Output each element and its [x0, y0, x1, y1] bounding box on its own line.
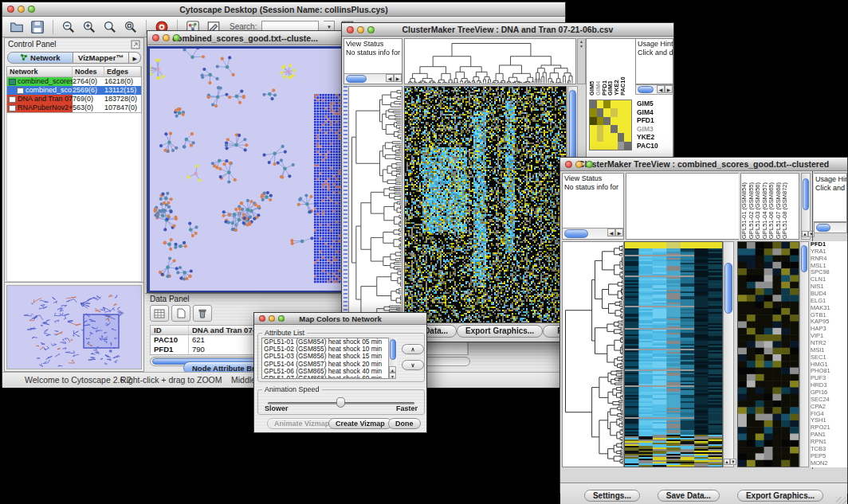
minimize-button[interactable] — [357, 26, 364, 33]
animate-vizmap-button[interactable]: Animate Vizmap — [267, 418, 336, 429]
row-dendrogram[interactable] — [349, 87, 402, 322]
main-titlebar[interactable]: Cytoscape Desktop (Session Name: collins… — [2, 2, 565, 17]
usage-hints-hscrollbar[interactable]: ◀▶ — [635, 84, 673, 95]
scroll-thumb[interactable] — [816, 224, 830, 232]
zoom-button[interactable] — [367, 26, 375, 33]
export-graphics-button[interactable]: Export Graphics... — [457, 325, 543, 338]
speed-slider-thumb[interactable] — [336, 397, 345, 408]
zoom-out-icon[interactable] — [61, 19, 77, 35]
attribute-list-item[interactable]: GPL51-07 (GSM868) heat shock 60 min — [262, 375, 396, 379]
close-button[interactable] — [7, 6, 14, 13]
resize-grip[interactable] — [836, 497, 846, 504]
scroll-thumb[interactable] — [724, 263, 732, 314]
scroll-thumb[interactable] — [346, 75, 367, 83]
minimize-button[interactable] — [575, 161, 583, 168]
matrix-cell — [618, 133, 625, 141]
scroll-down-icon[interactable]: ▼ — [389, 373, 396, 379]
close-button[interactable] — [565, 161, 572, 168]
minimize-button[interactable] — [269, 315, 275, 322]
scroll-left-icon[interactable]: ◀ — [607, 229, 615, 236]
row-dendrogram[interactable] — [563, 242, 623, 467]
open-file-icon[interactable] — [9, 19, 25, 35]
gene-label[interactable]: MON2 — [811, 460, 847, 467]
zoom-fit-icon[interactable] — [123, 19, 139, 35]
minimize-button[interactable] — [163, 34, 170, 41]
close-button[interactable] — [152, 34, 159, 41]
matrix-row-label[interactable]: GIM5 — [637, 100, 672, 108]
heatmap-vscrollbar[interactable]: ▲▼ — [723, 241, 734, 467]
scroll-right-icon[interactable]: ▶ — [615, 229, 623, 236]
delete-attribute-icon[interactable] — [193, 305, 212, 322]
done-button[interactable]: Done — [388, 418, 421, 429]
network-table-row[interactable]: RNAPuberNov2+ 563(0) 107847(0) — [7, 104, 141, 112]
matrix-row-label[interactable]: PAC10 — [637, 142, 672, 150]
scroll-thumb[interactable] — [638, 86, 654, 93]
close-button[interactable] — [259, 315, 265, 322]
matrix-row-label[interactable]: GIM4 — [637, 108, 672, 117]
select-attributes-icon[interactable] — [150, 305, 169, 322]
minimize-button[interactable] — [18, 6, 25, 13]
view-status-hscrollbar[interactable]: ◀▶ — [344, 73, 402, 84]
zoom-actual-icon[interactable] — [102, 19, 118, 35]
dialog-titlebar[interactable]: Map Colors to Network — [254, 313, 426, 325]
zoom-heatmap[interactable] — [738, 242, 799, 467]
network-canvas[interactable] — [150, 49, 342, 291]
scroll-thumb[interactable] — [803, 178, 809, 210]
list-vscrollbar[interactable]: ▲▼ — [388, 338, 397, 379]
scroll-thumb[interactable] — [390, 339, 396, 360]
zoom-button[interactable] — [28, 6, 35, 13]
matrix-row-label[interactable]: PFD1 — [637, 116, 672, 125]
scroll-down-icon[interactable]: ▼ — [578, 44, 585, 49]
scroll-down-icon[interactable]: ▼ — [730, 459, 736, 465]
similarity-matrix[interactable] — [589, 100, 632, 150]
treeview1-titlebar[interactable]: ClusterMaker TreeView : DNA and Tran 07-… — [342, 23, 673, 37]
create-vizmap-button[interactable]: Create Vizmap — [328, 418, 392, 429]
matrix-row-label[interactable]: GIM3 — [637, 125, 672, 134]
scroll-up-icon[interactable]: ▲ — [802, 231, 808, 237]
scroll-up-icon[interactable]: ▲ — [724, 459, 730, 465]
zoom-button[interactable] — [586, 161, 593, 168]
view-status-hscrollbar[interactable]: ◀▶ — [563, 228, 623, 239]
float-panel-icon[interactable] — [131, 40, 140, 49]
column-dendrogram-panel[interactable] — [626, 173, 739, 240]
left-scroll-strip[interactable] — [344, 86, 347, 323]
zoom-button[interactable] — [173, 34, 180, 41]
scroll-left-icon[interactable]: ◀ — [386, 74, 394, 82]
network-overview-thumbnail[interactable] — [6, 285, 142, 369]
scroll-right-icon[interactable]: ▶ — [394, 74, 402, 82]
heatmap-canvas[interactable] — [405, 87, 566, 322]
close-button[interactable] — [347, 26, 354, 33]
scroll-thumb[interactable] — [801, 245, 807, 272]
export-graphics-button[interactable]: Export Graphics... — [737, 490, 823, 502]
scroll-thumb[interactable] — [564, 229, 588, 238]
scroll-left-icon[interactable]: ◀ — [657, 85, 665, 93]
network-table-row[interactable]: DNA and Tran 07 769(0) 183728(0) — [7, 95, 141, 104]
tab-network[interactable]: Network — [7, 52, 73, 64]
zoom-button[interactable] — [278, 315, 285, 322]
zoom-vscrollbar[interactable] — [799, 241, 809, 467]
new-attribute-icon[interactable] — [171, 305, 190, 322]
zoom-in-icon[interactable] — [81, 19, 97, 35]
labels-vscrollbar[interactable]: ▲▼ — [801, 173, 811, 240]
attribute-listbox[interactable]: GPL51-01 (GSM854) heat shock 05 minGPL51… — [261, 338, 397, 379]
tab-overflow-icon[interactable]: ▶ — [129, 52, 141, 64]
matrix-cell — [603, 117, 610, 125]
usage-hints-hscrollbar[interactable] — [814, 222, 847, 233]
move-up-button[interactable]: ∧ — [402, 344, 424, 354]
matrix-column-labels: GIM5GIM4PFD1GIM3YKE2PAC10 — [589, 43, 626, 96]
treeview2-titlebar[interactable]: ClusterMaker TreeView : combined_scores_… — [560, 158, 847, 171]
column-dendrogram[interactable] — [405, 39, 575, 84]
tab-vizmapper[interactable]: VizMapper™ — [73, 52, 130, 64]
network-table-row[interactable]: combined_scores 2764(0) 16218(0) — [7, 77, 141, 86]
move-down-button[interactable]: ∨ — [402, 360, 424, 370]
expression-heatmap[interactable] — [625, 242, 722, 467]
gene-id: PFD1 — [151, 345, 189, 354]
matrix-row-label[interactable]: YKE2 — [637, 133, 672, 142]
network-table-row[interactable]: combined_sco 2569(6) 13112(15) — [7, 86, 141, 95]
scroll-up-icon[interactable]: ▲ — [389, 366, 396, 373]
scroll-right-icon[interactable]: ▶ — [665, 85, 673, 93]
settings-button[interactable]: Settings... — [584, 490, 640, 502]
network-view-titlebar[interactable]: combined_scores_good.txt--cluste... — [147, 31, 343, 45]
save-icon[interactable] — [29, 19, 45, 35]
save-data-button[interactable]: Save Data... — [658, 490, 720, 502]
